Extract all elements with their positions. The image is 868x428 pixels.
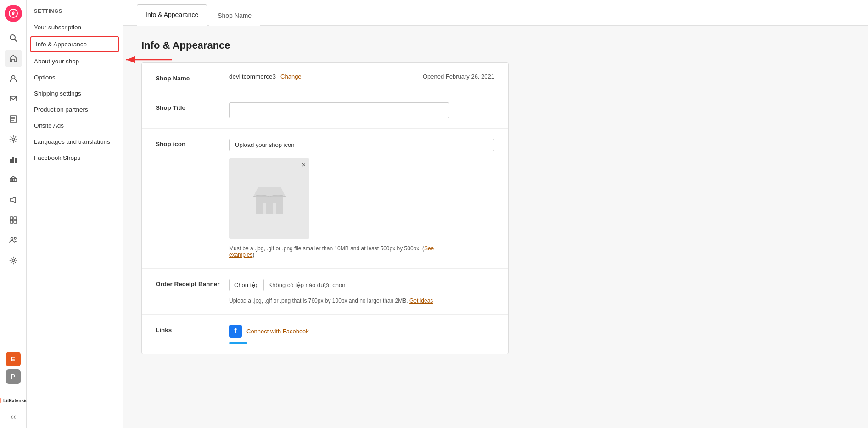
tab-bar: Info & Appearance Shop Name <box>123 0 868 26</box>
svg-rect-12 <box>12 157 14 163</box>
shop-title-row: Shop Title <box>142 92 508 129</box>
shop-title-content <box>229 102 494 118</box>
shop-icon-content: Upload your shop icon × <box>229 139 494 258</box>
links-row: Links f Connect with Facebook <box>142 315 508 354</box>
tab-info-appearance[interactable]: Info & Appearance <box>137 4 207 26</box>
sidebar-item-languages[interactable]: Languages and translations <box>27 134 123 150</box>
sidebar-item-facebook[interactable]: Facebook Shops <box>27 150 123 166</box>
receipt-help-text: Upload a .jpg, .gif or .png that is 760p… <box>229 298 449 304</box>
people-icon[interactable] <box>5 70 22 87</box>
svg-rect-16 <box>12 179 14 182</box>
icon-rail: E P LitExtension ▾ ‹‹ <box>0 0 27 428</box>
svg-rect-22 <box>14 220 17 223</box>
shop-name-content: devlitcommerce3 Change Opened February 2… <box>229 73 494 80</box>
facebook-icon: f <box>229 325 242 338</box>
svg-rect-21 <box>10 220 13 223</box>
bar-chart-icon[interactable] <box>5 151 22 168</box>
icon-help-text: Must be a .jpg, .gif or .png file smalle… <box>229 245 449 258</box>
svg-rect-5 <box>10 96 17 101</box>
shop-name-label: Shop Name <box>156 73 229 82</box>
shop-icon-label: Shop icon <box>156 139 229 147</box>
team-icon[interactable] <box>5 231 22 249</box>
connect-facebook-link[interactable]: Connect with Facebook <box>246 328 309 335</box>
order-receipt-row: Order Receipt Banner Chon tệp Không có t… <box>142 269 508 315</box>
svg-line-3 <box>14 39 17 42</box>
change-link[interactable]: Change <box>280 73 302 80</box>
blue-divider <box>229 342 247 344</box>
badge-e[interactable]: E <box>6 352 21 366</box>
opened-date: Opened February 26, 2021 <box>423 73 494 80</box>
list-icon[interactable] <box>5 110 22 128</box>
svg-rect-11 <box>10 159 12 163</box>
links-label: Links <box>156 325 229 333</box>
app-logo[interactable] <box>5 5 22 22</box>
svg-point-4 <box>11 76 15 79</box>
content-area: Info & Appearance Shop Name devlitcommer… <box>123 26 868 428</box>
svg-point-24 <box>14 237 16 239</box>
settings-card: Shop Name devlitcommerce3 Change Opened … <box>141 62 509 354</box>
choose-file-button[interactable]: Chon tệp <box>229 279 264 291</box>
page-title: Info & Appearance <box>141 39 850 51</box>
svg-rect-1 <box>12 13 14 15</box>
settings-icon[interactable] <box>5 252 22 269</box>
search-icon[interactable] <box>5 29 22 47</box>
links-content: f Connect with Facebook <box>229 325 494 344</box>
shop-icon-row: Shop icon Upload your shop icon × <box>142 129 508 269</box>
svg-rect-20 <box>14 217 17 220</box>
svg-point-23 <box>11 238 13 240</box>
megaphone-icon[interactable] <box>5 191 22 208</box>
shop-name-row: Shop Name devlitcommerce3 Change Opened … <box>142 63 508 92</box>
shop-title-input[interactable] <box>229 102 449 118</box>
sidebar-item-production[interactable]: Production partners <box>27 101 123 118</box>
upload-icon-button[interactable]: Upload your shop icon <box>229 139 494 151</box>
svg-rect-17 <box>15 179 16 182</box>
svg-rect-30 <box>266 203 273 214</box>
settings-header: SETTINGS <box>27 0 123 19</box>
order-receipt-label: Order Receipt Banner <box>156 279 229 287</box>
svg-rect-19 <box>10 217 13 220</box>
order-receipt-content: Chon tệp Không có tệp nào được chon Uplo… <box>229 279 494 304</box>
get-ideas-link[interactable]: Get ideas <box>409 298 433 304</box>
sidebar-item-shipping[interactable]: Shipping settings <box>27 85 123 101</box>
main-area: Info & Appearance Shop Name Info & Appea… <box>123 0 868 428</box>
mail-icon[interactable] <box>5 90 22 107</box>
sidebar-item-offsite[interactable]: Offsite Ads <box>27 118 123 134</box>
sidebar-item-info-appearance[interactable]: Info & Appearance <box>30 36 119 52</box>
tab-shop-name[interactable]: Shop Name <box>209 5 260 26</box>
icon-preview: × <box>229 158 309 239</box>
sidebar-item-about[interactable]: About your shop <box>27 53 123 69</box>
svg-point-25 <box>12 259 14 262</box>
svg-rect-13 <box>15 158 17 163</box>
sidebar: SETTINGS Your subscription Info & Appear… <box>27 0 123 428</box>
shop-title-label: Shop Title <box>156 102 229 111</box>
shop-placeholder-icon <box>251 180 288 217</box>
shop-name-value: devlitcommerce3 <box>229 73 276 80</box>
grid-icon[interactable] <box>5 211 22 229</box>
close-icon[interactable]: × <box>302 161 306 169</box>
collapse-sidebar-icon[interactable]: ‹‹ <box>9 410 18 423</box>
sidebar-item-subscription[interactable]: Your subscription <box>27 19 123 35</box>
svg-rect-15 <box>11 179 12 182</box>
no-file-text: Không có tệp nào được chon <box>269 282 346 288</box>
badge-p[interactable]: P <box>6 369 21 384</box>
svg-point-10 <box>12 138 14 141</box>
sidebar-item-options[interactable]: Options <box>27 69 123 85</box>
bank-icon[interactable] <box>5 171 22 188</box>
home-icon[interactable] <box>5 50 22 67</box>
gear-icon[interactable] <box>5 130 22 148</box>
